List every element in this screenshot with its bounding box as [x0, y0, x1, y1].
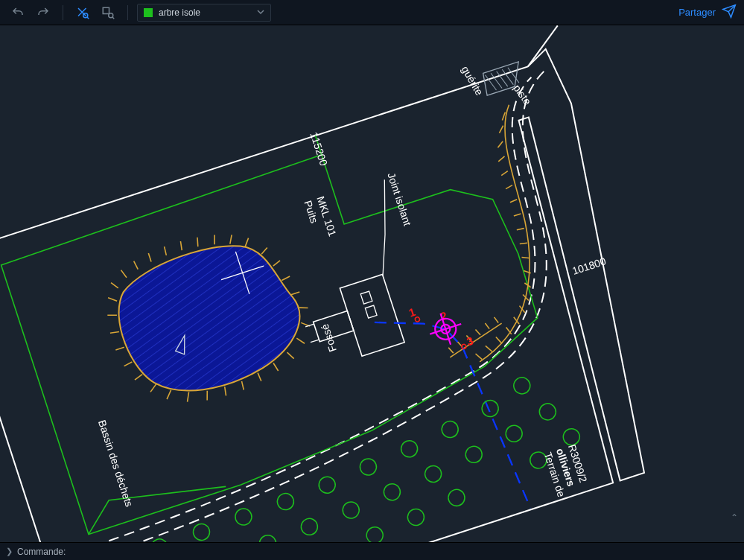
share-link[interactable]: Partager [678, 7, 716, 18]
label-guerite: guérite [460, 64, 486, 98]
svg-line-6 [112, 17, 114, 19]
svg-line-24 [243, 238, 251, 247]
svg-line-65 [520, 241, 527, 245]
svg-point-110 [503, 423, 524, 444]
svg-line-69 [505, 185, 512, 189]
svg-line-11 [502, 68, 513, 86]
svg-line-46 [108, 296, 117, 304]
label-fosse: Fossé [319, 322, 339, 353]
svg-line-72 [497, 141, 504, 147]
zoom-window-button[interactable] [98, 3, 118, 22]
svg-line-38 [185, 392, 191, 401]
layer-dropdown[interactable]: arbre isole [137, 4, 271, 22]
svg-point-105 [299, 516, 320, 537]
svg-line-18 [148, 253, 151, 261]
svg-line-33 [273, 363, 279, 372]
svg-line-71 [497, 156, 506, 162]
svg-line-78 [475, 328, 480, 336]
svg-line-26 [273, 261, 282, 266]
svg-line-23 [227, 235, 234, 244]
coord-right: 101800 [570, 255, 608, 277]
svg-line-27 [282, 276, 290, 281]
svg-point-111 [537, 401, 558, 422]
svg-point-108 [423, 464, 444, 485]
svg-line-54 [311, 340, 319, 343]
svg-line-22 [212, 235, 217, 244]
layer-color-swatch [144, 8, 153, 17]
svg-line-28 [291, 292, 299, 295]
fosse-area [270, 179, 434, 369]
svg-line-21 [195, 238, 200, 246]
command-bar: ❯ Commande: [0, 542, 744, 560]
svg-rect-4 [103, 7, 109, 13]
label-joint: Joint isolant [385, 171, 413, 227]
svg-line-41 [134, 375, 144, 381]
svg-line-10 [497, 69, 508, 88]
label-piste: piste [511, 82, 533, 107]
basin [90, 210, 326, 424]
svg-line-79 [485, 322, 489, 329]
svg-line-19 [164, 246, 168, 255]
svg-line-55 [476, 352, 483, 360]
toolbar-divider [127, 5, 128, 20]
svg-point-84 [461, 344, 467, 350]
svg-point-118 [406, 507, 427, 528]
svg-rect-52 [365, 305, 377, 318]
svg-rect-49 [340, 274, 404, 356]
svg-line-15 [111, 281, 118, 290]
svg-line-32 [287, 351, 294, 360]
svg-line-9 [491, 71, 502, 90]
svg-point-100 [512, 375, 532, 396]
toolbar-divider [63, 5, 63, 20]
expand-commandline-icon[interactable]: ⌃ [731, 512, 738, 523]
svg-point-98 [439, 419, 460, 440]
marker-1: 1 [407, 305, 421, 323]
share-icon[interactable] [722, 4, 737, 22]
svg-line-45 [107, 312, 117, 318]
svg-line-40 [149, 384, 159, 392]
svg-point-5 [109, 13, 113, 17]
svg-text:1: 1 [407, 305, 417, 319]
marker-3: 3 [459, 334, 475, 351]
svg-line-39 [165, 390, 174, 399]
svg-point-99 [480, 398, 500, 419]
svg-line-73 [497, 126, 505, 133]
command-input[interactable] [70, 547, 738, 557]
svg-point-106 [340, 500, 361, 521]
svg-line-29 [299, 305, 308, 311]
svg-line-37 [204, 391, 210, 401]
drawing-canvas[interactable]: 1 2 3 [0, 25, 744, 542]
svg-line-43 [115, 347, 124, 350]
undo-button[interactable] [7, 3, 28, 22]
svg-point-96 [358, 456, 379, 477]
label-bassin: Bassin des déchets [96, 419, 136, 508]
svg-point-107 [382, 482, 403, 503]
svg-line-57 [496, 336, 502, 345]
svg-line-70 [500, 171, 508, 176]
layer-name-label: arbre isole [159, 7, 200, 18]
svg-point-104 [258, 533, 279, 542]
svg-line-17 [134, 261, 139, 270]
svg-line-8 [485, 73, 496, 92]
svg-line-31 [296, 337, 305, 346]
svg-point-93 [233, 506, 254, 527]
svg-line-7 [518, 25, 567, 66]
svg-rect-51 [360, 291, 372, 304]
svg-line-16 [121, 269, 127, 279]
svg-line-20 [179, 241, 184, 250]
zoom-extents-button[interactable] [72, 3, 93, 22]
svg-line-36 [223, 386, 228, 395]
svg-line-64 [522, 255, 530, 261]
command-chevron-icon: ❯ [6, 547, 13, 557]
command-label: Commande: [17, 547, 66, 557]
svg-line-3 [87, 17, 89, 19]
svg-point-117 [364, 525, 385, 542]
svg-line-30 [301, 320, 310, 328]
svg-point-94 [276, 491, 296, 512]
svg-line-56 [486, 344, 492, 352]
svg-point-95 [317, 474, 337, 495]
svg-line-75 [448, 347, 454, 354]
redo-button[interactable] [33, 3, 54, 22]
svg-line-68 [510, 200, 518, 203]
svg-point-92 [191, 522, 212, 542]
